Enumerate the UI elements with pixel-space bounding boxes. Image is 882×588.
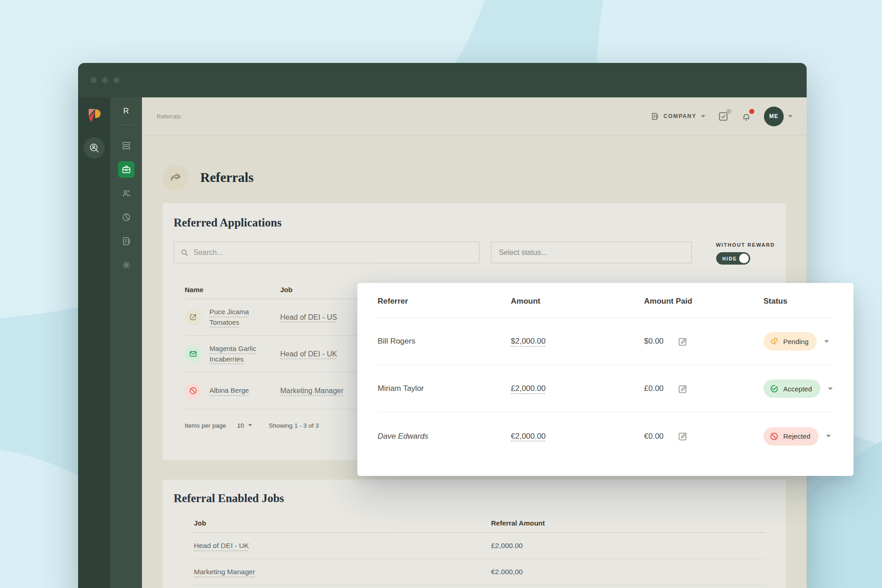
search-field[interactable]	[174, 242, 480, 263]
notifications-button[interactable]	[741, 111, 752, 122]
status-dropdown-chevron[interactable]	[824, 340, 829, 343]
edit-amount-paid-button[interactable]	[678, 336, 688, 347]
workspace-initial[interactable]: R	[123, 107, 129, 116]
pinpoint-logo[interactable]	[85, 108, 103, 125]
column-header-amount: Amount	[511, 297, 644, 317]
rows-icon	[121, 141, 131, 151]
notifications-badge	[749, 109, 754, 114]
table-row: Customer Service Rep $2,000.00	[194, 585, 766, 588]
referral-amount: £2,000.00	[491, 542, 766, 550]
check-circle-icon	[769, 384, 779, 393]
workspace-sidebar: R	[110, 97, 142, 588]
status-filter-select[interactable]: Select status...	[491, 242, 692, 263]
amount-paid-value: £0.00	[644, 384, 664, 393]
edit-amount-paid-button[interactable]	[678, 384, 688, 394]
referral-enabled-jobs-title: Referral Enabled Jobs	[174, 491, 775, 506]
status-filter-placeholder: Select status...	[499, 249, 547, 257]
window-dot	[113, 77, 119, 83]
amount-paid-value: $0.00	[644, 337, 664, 346]
job-link[interactable]: Head of DEI - UK	[280, 350, 337, 358]
job-link[interactable]: Head of DEI - UK	[194, 542, 249, 550]
avatar[interactable]: ME	[764, 107, 784, 126]
amount-editable[interactable]: €2,000.00	[511, 432, 546, 441]
edit-amount-paid-button[interactable]	[678, 431, 688, 441]
company-label: COMPANY	[663, 113, 696, 119]
window-dot	[90, 77, 96, 83]
status-label: Accepted	[783, 385, 812, 393]
sidebar-item-documents[interactable]	[118, 233, 135, 249]
column-header-job: Job	[194, 519, 491, 527]
topbar: Referrals COMPANY	[142, 97, 807, 136]
status-dropdown-chevron[interactable]	[826, 435, 831, 438]
referral-row: Miriam Taylor £2,000.00 £0.00 Accepted	[378, 365, 833, 413]
without-reward-toggle[interactable]: HIDE	[716, 252, 750, 265]
ban-icon	[185, 383, 201, 399]
chevron-down-icon	[788, 115, 793, 118]
column-header-referral-amount: Referral Amount	[491, 519, 766, 527]
referrer-name: Bill Rogers	[378, 337, 511, 346]
ban-icon	[769, 432, 779, 441]
candidate-name-link[interactable]: Magenta Garlic Incaberries	[209, 344, 264, 364]
referrals-page-icon	[163, 164, 188, 190]
user-menu[interactable]: ME	[764, 107, 793, 126]
candidate-name-link[interactable]: Albina Berge	[209, 385, 249, 396]
referral-amount: €2.000,00	[491, 568, 766, 576]
without-reward-label: WITHOUT REWARD	[716, 242, 775, 248]
pie-chart-icon	[121, 212, 131, 222]
referral-row: Bill Rogers $2,000.00 $0.00	[378, 318, 833, 365]
export-icon	[185, 309, 201, 326]
table-row: Marketing Manager €2.000,00	[194, 559, 766, 585]
breadcrumb: Referrals	[157, 113, 181, 120]
sidebar-item-jobs[interactable]	[118, 161, 135, 178]
candidate-search-button[interactable]	[84, 137, 105, 158]
gear-icon	[121, 260, 131, 270]
user-search-icon	[89, 142, 100, 153]
amount-editable[interactable]: $2,000.00	[511, 337, 546, 345]
envelope-icon	[185, 346, 201, 362]
referral-row: Dave Edwards €2,000.00 €0.00 Rejected	[378, 413, 833, 460]
sidebar-item-dashboard[interactable]	[118, 137, 135, 154]
items-per-page-select[interactable]: 10	[237, 422, 252, 429]
company-switcher[interactable]: COMPANY	[650, 112, 706, 121]
job-link[interactable]: Marketing Manager	[280, 387, 344, 395]
document-icon	[121, 236, 131, 246]
sidebar-item-candidates[interactable]	[118, 185, 135, 202]
amount-paid-value: €0.00	[644, 432, 664, 441]
column-header-referrer: Referrer	[378, 297, 511, 317]
referrer-name: Dave Edwards	[378, 432, 511, 441]
pending-icon	[769, 337, 779, 346]
search-input[interactable]	[193, 249, 473, 257]
tasks-button[interactable]	[718, 111, 729, 122]
table-row: Head of DEI - UK £2,000.00	[194, 533, 766, 559]
referrer-name: Miriam Taylor	[378, 384, 511, 393]
company-icon	[650, 112, 659, 121]
candidate-name-link[interactable]: Puce Jicama Tomatoes	[209, 307, 264, 328]
users-icon	[121, 188, 131, 198]
edit-icon	[678, 384, 688, 394]
referral-enabled-jobs-card: Referral Enabled Jobs Job Referral Amoun…	[163, 480, 786, 588]
status-dropdown-chevron[interactable]	[828, 387, 833, 390]
app-rail	[78, 97, 110, 588]
share-forward-icon	[169, 171, 182, 184]
chevron-down-icon	[248, 424, 252, 427]
window-dot	[102, 77, 108, 83]
page-title: Referrals	[200, 170, 254, 185]
sidebar-item-settings[interactable]	[118, 257, 135, 273]
sidebar-item-reports[interactable]	[118, 209, 135, 226]
column-header-amount-paid: Amount Paid	[644, 297, 763, 317]
job-link[interactable]: Marketing Manager	[194, 568, 255, 576]
items-per-page-label: Items per page	[185, 422, 226, 429]
status-pill-accepted[interactable]: Accepted	[763, 379, 820, 398]
column-header-name: Name	[185, 286, 280, 294]
sidebar-divider	[119, 124, 133, 125]
search-icon	[181, 249, 188, 257]
referral-enabled-jobs-table: Job Referral Amount Head of DEI - UK £2,…	[194, 514, 766, 588]
status-pill-pending[interactable]: Pending	[763, 332, 817, 351]
amount-editable[interactable]: £2,000.00	[511, 384, 546, 393]
toggle-hide-label: HIDE	[723, 256, 737, 261]
status-label: Pending	[783, 338, 808, 345]
edit-icon	[678, 336, 688, 347]
status-pill-rejected[interactable]: Rejected	[763, 427, 819, 446]
column-header-status: Status	[763, 297, 833, 317]
job-link[interactable]: Head of DEI - US	[280, 313, 337, 322]
